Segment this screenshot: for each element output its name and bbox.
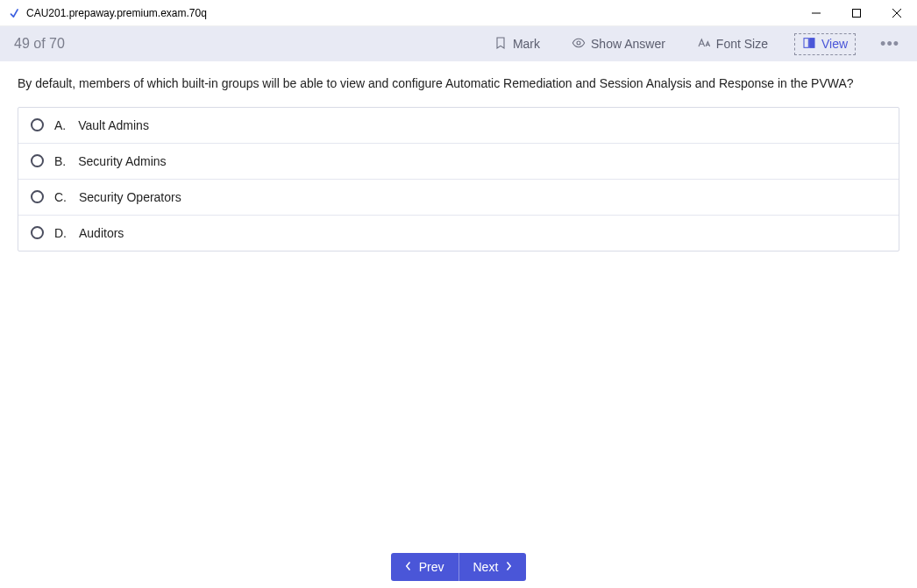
maximize-button[interactable] <box>836 0 877 26</box>
question-text: By default, members of which built-in gr… <box>18 75 899 93</box>
font-size-button[interactable]: Font Size <box>692 32 773 56</box>
eye-icon <box>572 36 586 53</box>
question-area: By default, members of which built-in gr… <box>0 61 917 546</box>
answer-letter: C. <box>54 190 67 204</box>
minimize-button[interactable] <box>796 0 836 26</box>
svg-rect-1 <box>853 9 861 17</box>
prev-label: Prev <box>419 560 444 574</box>
chevron-right-icon <box>505 560 512 574</box>
font-size-label: Font Size <box>716 37 768 51</box>
show-answer-button[interactable]: Show Answer <box>566 32 671 56</box>
chevron-left-icon <box>405 560 412 574</box>
mark-button[interactable]: Mark <box>488 32 545 56</box>
answer-list: A. Vault Admins B. Security Admins C. Se… <box>18 107 899 251</box>
question-counter: 49 of 70 <box>14 36 467 52</box>
answer-option-c[interactable]: C. Security Operators <box>18 180 899 216</box>
font-size-icon <box>697 36 711 53</box>
window-titlebar: CAU201.prepaway.premium.exam.70q <box>0 0 917 26</box>
show-answer-label: Show Answer <box>591 37 665 51</box>
prev-button[interactable]: Prev <box>391 553 459 581</box>
answer-letter: D. <box>54 226 67 240</box>
view-button[interactable]: View <box>794 33 856 55</box>
more-button[interactable]: ••• <box>877 35 903 53</box>
nav-group: Prev Next <box>391 553 527 581</box>
window-controls <box>796 0 917 26</box>
radio-icon <box>31 118 44 131</box>
app-icon <box>7 6 21 20</box>
mark-label: Mark <box>513 37 540 51</box>
bookmark-icon <box>494 36 508 53</box>
next-label: Next <box>473 560 499 574</box>
answer-text: Auditors <box>79 226 124 240</box>
radio-icon <box>31 226 44 239</box>
answer-letter: A. <box>54 118 66 132</box>
radio-icon <box>31 190 44 203</box>
window-title: CAU201.prepaway.premium.exam.70q <box>26 7 796 19</box>
answer-option-d[interactable]: D. Auditors <box>18 216 899 251</box>
view-icon <box>802 36 816 53</box>
answer-text: Security Operators <box>79 190 181 204</box>
answer-option-b[interactable]: B. Security Admins <box>18 144 899 180</box>
view-label: View <box>821 37 848 51</box>
close-button[interactable] <box>877 0 917 26</box>
answer-letter: B. <box>54 154 66 168</box>
svg-rect-5 <box>804 38 808 47</box>
answer-text: Security Admins <box>78 154 166 168</box>
next-button[interactable]: Next <box>459 553 527 581</box>
answer-text: Vault Admins <box>78 118 149 132</box>
svg-point-4 <box>577 41 580 45</box>
svg-rect-6 <box>810 38 814 47</box>
toolbar: 49 of 70 Mark Show Answer Font Size View… <box>0 26 917 61</box>
footer-nav: Prev Next <box>0 546 917 588</box>
answer-option-a[interactable]: A. Vault Admins <box>18 108 899 144</box>
radio-icon <box>31 154 44 167</box>
